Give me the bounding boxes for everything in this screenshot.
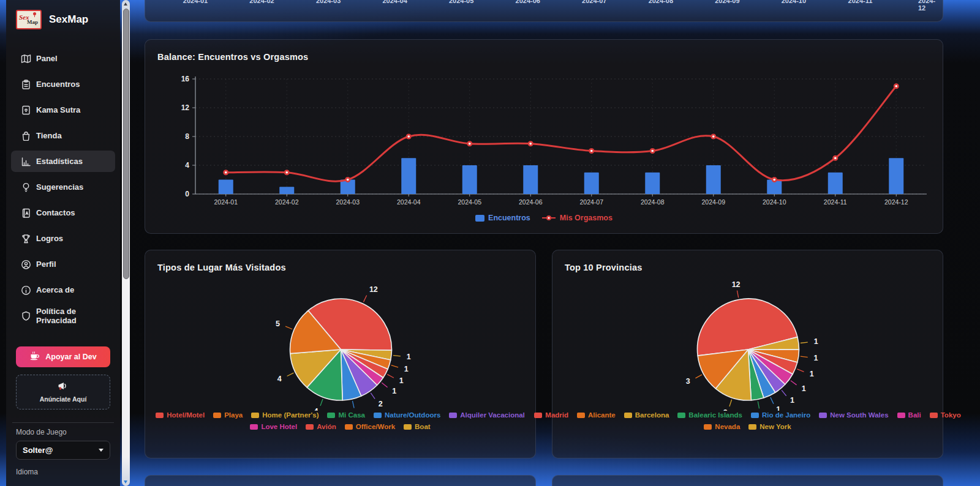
sidebar-item-sugerencias[interactable]: Sugerencias bbox=[11, 176, 115, 198]
legend-label: Barcelona bbox=[635, 411, 669, 419]
svg-text:1: 1 bbox=[776, 405, 780, 411]
svg-text:4: 4 bbox=[277, 375, 282, 383]
svg-text:3: 3 bbox=[723, 408, 728, 411]
top-x-label: 2024-01 bbox=[183, 0, 208, 4]
legend-item-encuentros[interactable]: Encuentros bbox=[475, 214, 530, 222]
legend-item-alquiler-vacacional[interactable]: Alquiler Vacacional bbox=[449, 411, 524, 419]
clipped-top-chart-card: 2024-012024-022024-032024-042024-052024-… bbox=[145, 0, 943, 22]
sidebar-item-contactos[interactable]: Contactos bbox=[11, 202, 115, 223]
sidebar-item-label: Perfil bbox=[36, 260, 56, 269]
clipped-bottom-card-right bbox=[552, 475, 943, 486]
sidebar-item-kama-sutra[interactable]: Kama Sutra bbox=[11, 99, 115, 121]
legend-item-home-partner-s-[interactable]: Home (Partner's) bbox=[251, 411, 318, 419]
pie-legend-row: MadridAlicanteBarcelonaBalearic IslandsR… bbox=[559, 411, 937, 419]
svg-text:2: 2 bbox=[379, 400, 383, 408]
sidebar-item-pol-tica-de-privacidad[interactable]: Política de Privacidad bbox=[11, 305, 115, 326]
legend-item-mi-casa[interactable]: Mi Casa bbox=[327, 411, 364, 419]
app-title: SexMap bbox=[49, 13, 88, 26]
legend-label: Nature/Outdoors bbox=[385, 411, 440, 419]
svg-text:2: 2 bbox=[353, 409, 358, 411]
legend-label: Alquiler Vacacional bbox=[460, 411, 524, 419]
bag-icon bbox=[21, 131, 31, 141]
legend-label: Office/Work bbox=[356, 423, 395, 430]
scroll-up-arrow-icon[interactable] bbox=[124, 2, 127, 6]
legend-item-playa[interactable]: Playa bbox=[213, 411, 243, 419]
legend-item-rio-de-janeiro[interactable]: Rio de Janeiro bbox=[751, 411, 810, 419]
legend-item-avi-n[interactable]: Avión bbox=[306, 423, 336, 430]
legend-label: Boat bbox=[415, 423, 431, 430]
legend-label: Nevada bbox=[715, 423, 740, 430]
legend-item-boat[interactable]: Boat bbox=[404, 423, 431, 430]
app-logo: Sex Map bbox=[16, 10, 42, 29]
legend-item-balearic-islands[interactable]: Balearic Islands bbox=[677, 411, 742, 419]
sidebar-item-perfil[interactable]: Perfil bbox=[11, 253, 115, 275]
legend-item-alicante[interactable]: Alicante bbox=[577, 411, 616, 419]
legend-label: Balearic Islands bbox=[688, 411, 742, 419]
top-x-label: 2024-02 bbox=[249, 0, 274, 4]
legend-item-tokyo[interactable]: Tokyo bbox=[930, 411, 961, 419]
sidebar-item-label: Panel bbox=[36, 54, 58, 63]
legend-swatch bbox=[374, 413, 382, 418]
legend-item-bali[interactable]: Bali bbox=[897, 411, 921, 419]
place-types-pie-chart: 12111122445 bbox=[145, 280, 537, 411]
stats-icon bbox=[21, 157, 31, 166]
legend-swatch bbox=[677, 413, 685, 418]
svg-text:1: 1 bbox=[802, 384, 806, 393]
page-scrollbar[interactable] bbox=[122, 0, 130, 486]
legend-item-office-work[interactable]: Office/Work bbox=[345, 423, 395, 430]
svg-text:1: 1 bbox=[790, 396, 794, 405]
legend-swatch bbox=[213, 413, 221, 418]
legend-swatch bbox=[404, 424, 412, 430]
sidebar-item-acerca-de[interactable]: Acerca de bbox=[11, 279, 115, 301]
game-mode-select[interactable]: Solter@ bbox=[16, 441, 110, 460]
legend-item-love-hotel[interactable]: Love Hotel bbox=[250, 423, 297, 430]
legend-item-mis-orgasmos[interactable]: Mis Orgasmos bbox=[541, 214, 612, 222]
legend-item-nature-outdoors[interactable]: Nature/Outdoors bbox=[374, 411, 440, 419]
svg-text:2024-02: 2024-02 bbox=[275, 198, 299, 206]
svg-text:1: 1 bbox=[392, 387, 396, 395]
map-pin-icon bbox=[33, 12, 36, 15]
legend-item-hotel-motel[interactable]: Hotel/Motel bbox=[156, 411, 205, 419]
legend-item-nevada[interactable]: Nevada bbox=[704, 423, 740, 430]
legend-label: Madrid bbox=[545, 411, 568, 419]
scroll-down-arrow-icon[interactable] bbox=[124, 480, 127, 484]
legend-item-new-york[interactable]: New York bbox=[748, 423, 791, 430]
legend-label: Bali bbox=[908, 411, 921, 419]
svg-text:2024-01: 2024-01 bbox=[214, 198, 238, 206]
legend-swatch bbox=[577, 413, 585, 418]
profile-icon bbox=[21, 260, 31, 269]
legend-swatch bbox=[624, 413, 632, 418]
balance-chart-legend: EncuentrosMis Orgasmos bbox=[145, 214, 943, 222]
svg-text:12: 12 bbox=[369, 285, 378, 294]
top-x-label: 2024-11 bbox=[848, 0, 873, 4]
scrollbar-thumb[interactable] bbox=[123, 9, 129, 279]
book-icon bbox=[21, 105, 31, 115]
balance-combo-chart: 04812162024-012024-022024-032024-042024-… bbox=[145, 75, 944, 211]
svg-text:16: 16 bbox=[181, 75, 190, 83]
sidebar-item-tienda[interactable]: Tienda bbox=[11, 125, 115, 146]
legend-item-barcelona[interactable]: Barcelona bbox=[624, 411, 669, 419]
ad-slot[interactable]: Anúnciate Aquí bbox=[16, 375, 110, 409]
svg-text:12: 12 bbox=[732, 280, 741, 289]
legend-label: Love Hotel bbox=[261, 423, 297, 430]
top-x-label: 2024-10 bbox=[782, 0, 806, 4]
sidebar-item-estad-sticas[interactable]: Estadísticas bbox=[11, 151, 115, 172]
sidebar-item-encuentros[interactable]: Encuentros bbox=[11, 73, 115, 95]
legend-item-madrid[interactable]: Madrid bbox=[534, 411, 568, 419]
line-legend-swatch bbox=[541, 215, 556, 221]
game-mode-label: Modo de Juego bbox=[16, 428, 67, 436]
ad-label: Anúnciate Aquí bbox=[40, 395, 87, 403]
svg-text:1: 1 bbox=[404, 365, 409, 373]
megaphone-icon bbox=[57, 381, 69, 392]
sidebar-item-panel[interactable]: Panel bbox=[11, 48, 115, 69]
svg-text:2024-03: 2024-03 bbox=[336, 198, 360, 206]
sidebar-item-logros[interactable]: Logros bbox=[11, 228, 115, 249]
provinces-pie-legend: MadridAlicanteBarcelonaBalearic IslandsR… bbox=[559, 411, 937, 435]
svg-text:0: 0 bbox=[185, 190, 189, 198]
brand[interactable]: Sex Map SexMap bbox=[16, 10, 88, 29]
legend-item-new-south-wales[interactable]: New South Wales bbox=[819, 411, 888, 419]
sidebar-item-label: Sugerencias bbox=[36, 182, 83, 192]
top-x-label: 2024-03 bbox=[316, 0, 341, 4]
support-dev-button[interactable]: Apoyar al Dev bbox=[16, 346, 110, 367]
info-icon bbox=[21, 285, 31, 295]
